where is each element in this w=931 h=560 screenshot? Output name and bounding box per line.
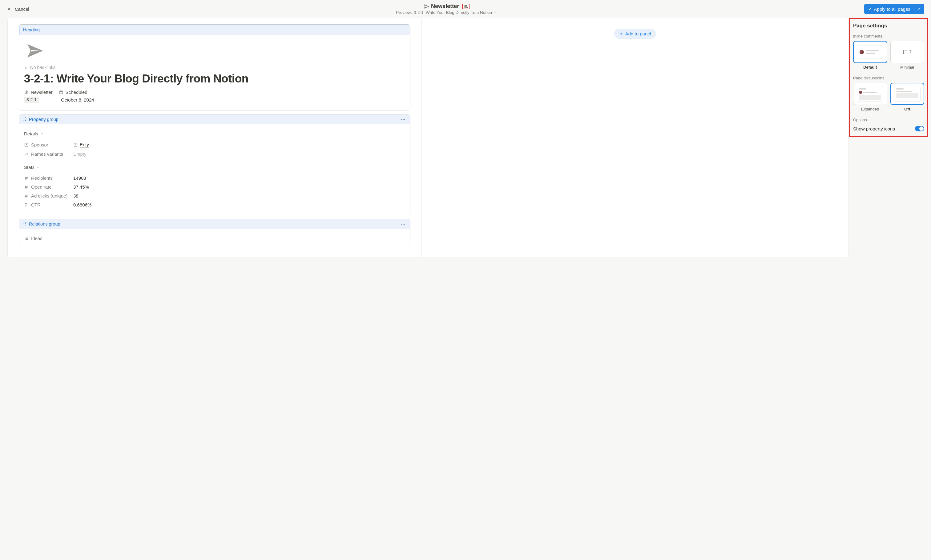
stat-open-rate[interactable]: Open rate 37.45% [24, 183, 405, 191]
chevron-down-icon [40, 132, 43, 135]
page-settings-panel: Page settings Inline comments Default 7 [849, 18, 928, 258]
relations-group-header[interactable]: Relations group [19, 219, 410, 229]
svg-rect-5 [59, 91, 63, 94]
stats-section-toggle[interactable]: Stats [24, 165, 405, 170]
sigma-icon [24, 203, 29, 207]
svg-point-15 [25, 222, 26, 223]
close-icon [7, 6, 12, 11]
svg-point-1 [465, 6, 466, 6]
svg-point-9 [25, 119, 26, 119]
svg-point-18 [24, 225, 24, 226]
number-icon [24, 194, 29, 198]
drag-handle-icon[interactable] [23, 222, 26, 226]
target-icon [24, 90, 29, 94]
page-discussions-expanded-option[interactable]: Expanded [853, 83, 887, 111]
property-group-block[interactable]: Property group Details Sponsor [19, 114, 410, 215]
arrow-up-right-icon [73, 143, 78, 147]
svg-point-8 [24, 119, 24, 119]
show-property-icons-toggle[interactable] [915, 126, 924, 131]
tag-chip[interactable]: 3-2-1 [24, 97, 39, 103]
show-property-icons-label: Show property icons [853, 126, 895, 131]
inline-comments-default-option[interactable]: Default [853, 41, 887, 69]
svg-point-10 [24, 120, 24, 121]
arrow-down-left-icon [24, 65, 28, 69]
cancel-button[interactable]: Cancel [7, 6, 29, 12]
svg-point-4 [26, 92, 27, 93]
svg-point-2 [467, 7, 467, 8]
arrow-up-right-icon [24, 143, 29, 147]
svg-point-17 [25, 223, 26, 224]
relations-group-block[interactable]: Relations group Ideas [19, 219, 410, 244]
page-discussions-label: Page discussions [853, 76, 924, 80]
property-rames-variants[interactable]: Rames variants Empty [24, 149, 405, 158]
relations-ideas[interactable]: Ideas [24, 234, 405, 243]
list-icon [24, 236, 29, 241]
drag-handle-icon[interactable] [23, 117, 26, 122]
inline-comments-minimal-option[interactable]: 7 Minimal [890, 41, 925, 69]
arrow-up-right-icon [24, 152, 29, 156]
stat-ad-clicks[interactable]: Ad clicks (unique) 38 [24, 191, 405, 200]
svg-point-14 [24, 222, 24, 223]
svg-point-19 [25, 225, 26, 226]
options-label: Options [853, 117, 924, 122]
property-sponsor[interactable]: Sponsor Enty [24, 140, 405, 149]
stat-ctr[interactable]: CTR 0.6806% [24, 200, 405, 209]
property-group-header[interactable]: Property group [19, 114, 410, 124]
paper-plane-icon [424, 4, 429, 9]
show-property-icons-row: Show property icons [853, 125, 924, 132]
scheduled-date-value[interactable]: October 8, 2024 [61, 97, 94, 103]
header-title: Newsletter [431, 3, 459, 9]
more-options-icon[interactable] [400, 118, 406, 121]
plus-icon [619, 32, 623, 36]
preview-subtitle[interactable]: Preview: 3-2-1: Write Your Blog Directly… [396, 10, 497, 15]
chevron-down-icon [494, 11, 497, 14]
svg-point-0 [466, 5, 467, 6]
chevron-down-icon [36, 166, 40, 169]
heading-block-header[interactable]: Heading [19, 25, 410, 35]
page-title[interactable]: 3-2-1: Write Your Blog Directly from Not… [24, 72, 405, 86]
svg-point-7 [25, 117, 26, 118]
page-discussions-off-option[interactable]: Off [890, 83, 925, 111]
property-scheduled[interactable]: Scheduled [59, 89, 88, 95]
stat-recipients[interactable]: Recipients 14908 [24, 174, 405, 183]
page-icon[interactable] [26, 42, 405, 61]
header-center: Newsletter Preview: 3-2-1: Write Your Bl… [396, 3, 497, 15]
page-settings-title: Page settings [853, 23, 924, 29]
avatar-icon [860, 50, 864, 54]
calendar-icon [59, 90, 63, 94]
chevron-down-icon[interactable] [917, 7, 920, 11]
svg-point-11 [25, 120, 26, 121]
svg-point-6 [24, 117, 24, 118]
heading-block[interactable]: Heading No backlinks 3-2-1: Write Your B… [19, 24, 410, 111]
number-icon [24, 185, 29, 189]
check-icon [868, 7, 872, 11]
layout-canvas: Heading No backlinks 3-2-1: Write Your B… [8, 18, 849, 258]
comment-icon [903, 49, 908, 54]
backlinks-row[interactable]: No backlinks [24, 65, 405, 70]
settings-sliders-icon[interactable] [462, 4, 470, 9]
number-icon [24, 176, 29, 180]
property-newsletter[interactable]: Newsletter [24, 89, 52, 95]
cancel-label: Cancel [15, 6, 29, 12]
details-section-toggle[interactable]: Details [24, 131, 405, 136]
inline-comments-label: Inline comments [853, 34, 924, 38]
apply-to-all-pages-button[interactable]: Apply to all pages [864, 4, 924, 14]
more-options-icon[interactable] [400, 223, 406, 226]
add-to-panel-button[interactable]: Add to panel [614, 29, 656, 39]
svg-point-16 [24, 223, 24, 224]
